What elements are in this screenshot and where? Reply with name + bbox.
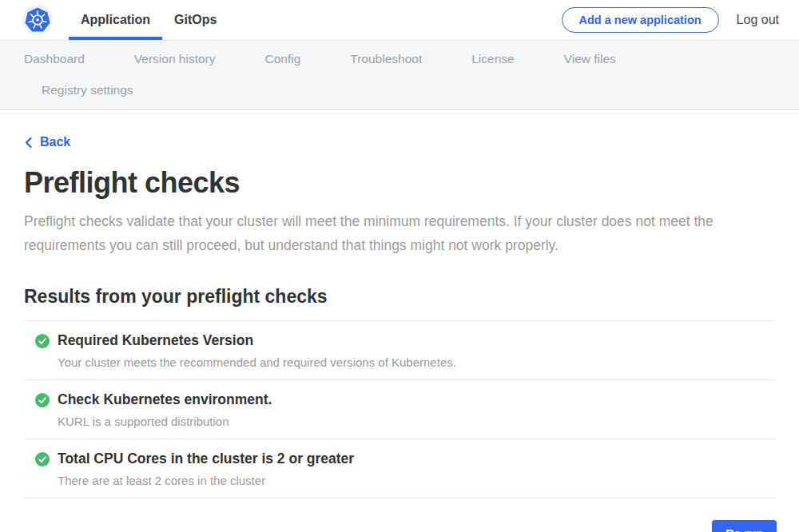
- check-result-row: Check Kubernetes environment. KURL is a …: [24, 379, 777, 439]
- subnav-item-config[interactable]: Config: [265, 52, 301, 66]
- back-link-label: Back: [40, 135, 70, 149]
- check-message: Your cluster meets the recommended and r…: [58, 355, 777, 369]
- check-pass-icon: [35, 334, 50, 348]
- subnav-item-registry-settings[interactable]: Registry settings: [42, 83, 133, 97]
- add-new-application-button[interactable]: Add a new application: [562, 7, 719, 33]
- check-result-body: Check Kubernetes environment. KURL is a …: [58, 391, 777, 428]
- check-title: Total CPU Cores in the cluster is 2 or g…: [58, 451, 777, 467]
- preflight-results-list: Required Kubernetes Version Your cluster…: [24, 320, 777, 498]
- tab-application[interactable]: Application: [69, 0, 162, 40]
- check-result-body: Required Kubernetes Version Your cluster…: [58, 332, 777, 369]
- logout-link[interactable]: Log out: [737, 13, 779, 27]
- check-title: Check Kubernetes environment.: [58, 391, 777, 408]
- check-result-row: Total CPU Cores in the cluster is 2 or g…: [24, 439, 777, 498]
- page-description: Preflight checks validate that your clus…: [24, 209, 775, 257]
- check-pass-icon: [35, 393, 50, 407]
- tab-application-label: Application: [81, 13, 150, 27]
- footer-actions: Re-run: [24, 520, 777, 532]
- page-title: Preflight checks: [24, 166, 777, 200]
- kubernetes-logo-icon: [22, 5, 53, 35]
- subnav-item-version-history[interactable]: Version history: [134, 52, 216, 66]
- top-header: Application GitOps Add a new application…: [0, 0, 799, 40]
- subnav-item-dashboard[interactable]: Dashboard: [24, 52, 85, 66]
- back-link[interactable]: Back: [24, 135, 70, 149]
- chevron-left-icon: [24, 137, 33, 149]
- preflight-checks-page: Application GitOps Add a new application…: [0, 0, 799, 532]
- subnav-item-view-files[interactable]: View files: [564, 52, 616, 66]
- tab-gitops-label: GitOps: [174, 13, 217, 27]
- check-message: KURL is a supported distribution: [58, 415, 777, 428]
- subnav-item-license[interactable]: License: [471, 52, 514, 66]
- results-heading: Results from your preflight checks: [24, 286, 777, 308]
- check-title: Required Kubernetes Version: [58, 332, 777, 349]
- subnav-row-1: Dashboard Version history Config Trouble…: [0, 43, 799, 75]
- check-message: There are at least 2 cores in the cluste…: [58, 474, 777, 487]
- check-pass-icon: [35, 452, 50, 466]
- app-subnav: Dashboard Version history Config Trouble…: [0, 40, 799, 110]
- subnav-row-2: Registry settings: [0, 75, 799, 105]
- main-content: Back Preflight checks Preflight checks v…: [0, 110, 799, 532]
- check-result-row: Required Kubernetes Version Your cluster…: [24, 320, 777, 379]
- tab-gitops[interactable]: GitOps: [162, 0, 229, 40]
- subnav-item-troubleshoot[interactable]: Troubleshoot: [350, 52, 422, 66]
- check-result-body: Total CPU Cores in the cluster is 2 or g…: [58, 451, 777, 487]
- rerun-button[interactable]: Re-run: [712, 520, 777, 532]
